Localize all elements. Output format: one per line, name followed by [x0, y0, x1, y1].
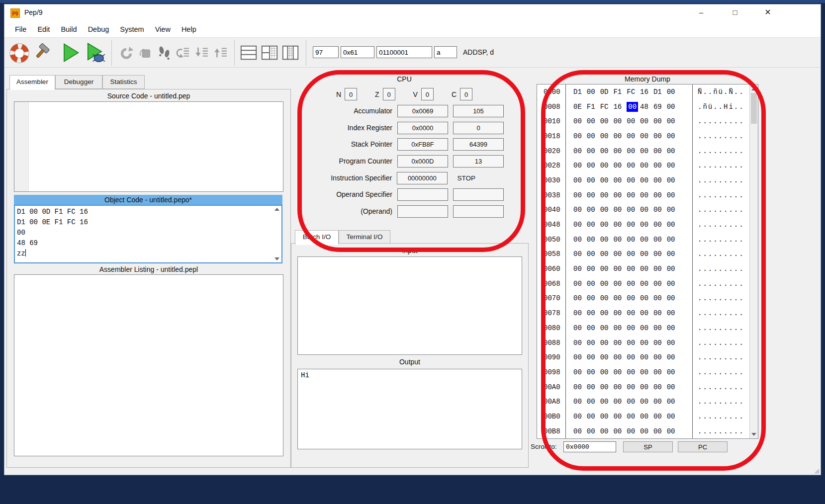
source-code-editor[interactable]: [14, 101, 283, 192]
instruction-hex-field[interactable]: [341, 46, 374, 58]
help-lifebuoy-icon[interactable]: [8, 42, 30, 64]
tab-debugger[interactable]: Debugger: [55, 75, 102, 89]
menu-item-build[interactable]: Build: [55, 25, 82, 33]
memory-byte: 00: [667, 265, 675, 273]
scroll-to-input[interactable]: [563, 441, 616, 452]
resize-grip-icon[interactable]: ◢: [814, 467, 819, 474]
scroll-up-icon[interactable]: [750, 84, 758, 93]
memory-byte: 00: [640, 383, 648, 391]
memory-address: 0080: [537, 324, 565, 332]
memory-address: 0018: [537, 132, 565, 140]
memory-ascii: .........: [692, 236, 744, 244]
source-code-title: Source Code - untitled.pep: [7, 92, 290, 100]
scrollbar-thumb[interactable]: [751, 93, 757, 124]
memory-byte: 00: [627, 221, 635, 229]
object-code-line: D1 00 0D F1 FC 16: [17, 207, 279, 217]
memory-row: 00800000000000000000.........: [537, 321, 758, 336]
memory-byte: 00: [640, 162, 648, 169]
instruction-ascii-field[interactable]: [434, 46, 457, 58]
app-icon: P9: [10, 8, 20, 18]
memory-byte: 00: [613, 117, 622, 125]
batch-input-area[interactable]: [297, 256, 522, 355]
memory-row: 00300000000000000000.........: [537, 173, 758, 188]
memory-ascii: .........: [692, 176, 744, 184]
layout-code-cpu-icon[interactable]: [260, 42, 279, 64]
register-dec-box: [453, 205, 504, 218]
memory-scrollbar[interactable]: [749, 84, 758, 438]
memory-row: 00600000000000000000.........: [537, 261, 758, 276]
assembler-listing-view[interactable]: [14, 274, 283, 456]
tab-statistics[interactable]: Statistics: [102, 75, 145, 89]
memory-hex-cell: 0000000000000000: [565, 191, 692, 199]
scroll-down-icon[interactable]: [273, 257, 280, 260]
instruction-binary-field[interactable]: [376, 46, 432, 58]
menu-item-debug[interactable]: Debug: [83, 25, 115, 33]
memory-byte: 00: [587, 413, 595, 420]
memory-byte: 00: [627, 398, 635, 406]
memory-row: 00500000000000000000.........: [537, 232, 758, 247]
menu-item-file[interactable]: File: [9, 25, 32, 33]
memory-byte: F1: [613, 88, 622, 96]
minimize-button[interactable]: –: [693, 5, 710, 19]
maximize-button[interactable]: □: [727, 5, 743, 19]
scroll-up-icon[interactable]: [273, 208, 280, 211]
memory-byte: 00: [667, 191, 675, 199]
memory-byte: 00: [600, 147, 609, 155]
register-dec-box: 64399: [453, 138, 504, 151]
memory-hex-cell: 0000000000000000: [565, 206, 692, 214]
cpu-flags: N0Z0V0C0: [305, 88, 504, 100]
scroll-down-icon[interactable]: [750, 430, 758, 438]
flag-label: Z: [375, 90, 379, 98]
assembler-pane: Source Code - untitled.pep Object Code -…: [6, 89, 291, 468]
memory-dump-table: 0000D1000DF1FC16D100Ñ..ñü.Ñ..00080EF1FC1…: [537, 84, 758, 439]
run-icon[interactable]: [59, 42, 81, 64]
memory-hex-cell: 0000000000000000: [565, 339, 692, 347]
tab-terminal-i-o[interactable]: Terminal I/O: [339, 230, 390, 244]
memory-byte: 00: [653, 324, 662, 332]
layout-cpu-memory-icon[interactable]: [281, 42, 300, 64]
tab-assembler[interactable]: Assembler: [9, 75, 55, 90]
memory-byte: 00: [640, 339, 648, 347]
memory-byte: 00: [667, 250, 675, 258]
layout-full-icon[interactable]: [239, 42, 258, 64]
memory-address: 0090: [537, 353, 565, 361]
memory-byte: 00: [653, 265, 662, 273]
menu-item-edit[interactable]: Edit: [32, 25, 55, 33]
memory-byte: 00: [627, 339, 635, 347]
memory-ascii: .........: [692, 132, 744, 140]
object-code-editor[interactable]: D1 00 0D F1 FC 16D1 00 0E F1 FC 160048 6…: [14, 205, 282, 263]
start-debugging-icon[interactable]: [84, 42, 106, 64]
scroll-to-pc-button[interactable]: PC: [678, 441, 728, 452]
step-out-icon: [212, 42, 229, 64]
memory-rows: 0000D1000DF1FC16D100Ñ..ñü.Ñ..00080EF1FC1…: [537, 84, 758, 439]
menu-item-view[interactable]: View: [150, 25, 176, 33]
instruction-decimal-field[interactable]: [313, 46, 339, 58]
menu-item-help[interactable]: Help: [176, 25, 202, 33]
memory-byte: 00: [573, 206, 582, 214]
single-step-footprints-icon: [156, 42, 173, 64]
object-code-line: zz: [17, 249, 279, 259]
build-hammer-icon[interactable]: [33, 42, 55, 64]
memory-ascii: .........: [692, 191, 744, 199]
stop-debugging-icon: [137, 42, 154, 64]
memory-byte: 00: [667, 383, 675, 391]
memory-address: 00A0: [537, 383, 565, 391]
scroll-to-sp-button[interactable]: SP: [623, 441, 673, 452]
close-button[interactable]: ✕: [759, 5, 776, 19]
memory-address: 0078: [537, 309, 565, 317]
memory-ascii: .........: [692, 294, 744, 302]
tab-batch-i-o[interactable]: Batch I/O: [295, 230, 339, 245]
memory-byte: 00: [613, 398, 622, 406]
cpu-flag-v: V0: [413, 88, 434, 100]
memory-byte: 00: [667, 398, 675, 406]
memory-byte: 00: [640, 280, 648, 288]
memory-byte: 00: [573, 236, 582, 244]
memory-byte: 00: [640, 309, 648, 317]
memory-byte: 00: [587, 368, 595, 376]
memory-byte: D1: [573, 88, 582, 96]
memory-byte: 00: [653, 162, 662, 169]
register-hex-box: 0x0000: [397, 122, 448, 134]
memory-byte: 00: [627, 309, 635, 317]
menu-item-system[interactable]: System: [114, 25, 149, 33]
memory-row: 00080EF1FC1600486900.ñü..Hi..: [537, 99, 758, 114]
